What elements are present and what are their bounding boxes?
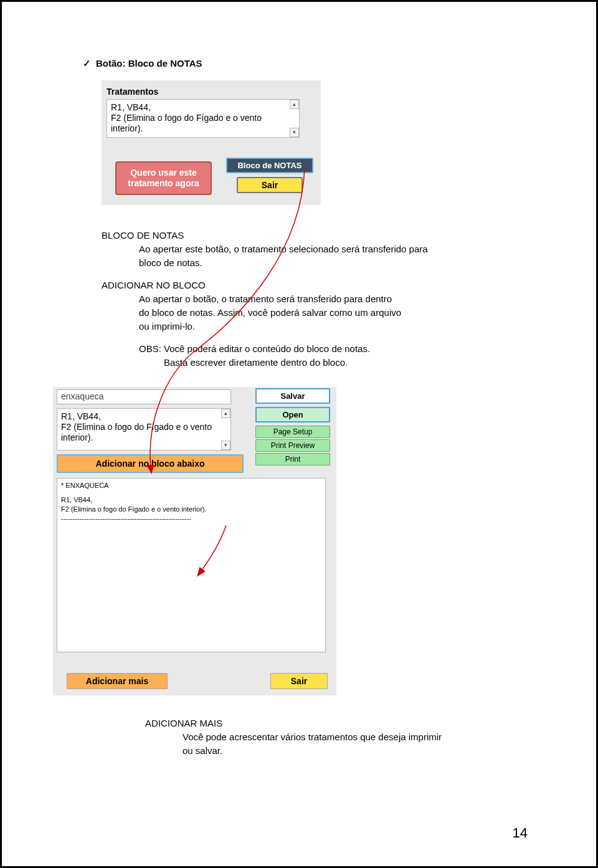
description-block: BLOCO DE NOTAS Ao apertar este botão, o … bbox=[102, 229, 450, 370]
print-preview-button[interactable]: Print Preview bbox=[255, 439, 330, 452]
para-line: ou salvar. bbox=[145, 744, 494, 758]
bloco-de-notas-button[interactable]: Bloco de NOTAS bbox=[226, 158, 313, 173]
scroll-down-icon[interactable]: ▾ bbox=[290, 128, 299, 137]
textbox-line: F2 (Elimina o fogo do Fígado e o vento i… bbox=[61, 422, 227, 443]
para-line: ou imprimi-lo. bbox=[102, 320, 450, 333]
panel1-right-buttons: Bloco de NOTAS Sair bbox=[226, 158, 313, 193]
para-line: Basta escrever diretamente dentro do blo… bbox=[102, 356, 450, 370]
bloco-panel: enxaqueca Salvar Open Page Setup Print P… bbox=[53, 387, 336, 695]
textbox-line: R1, VB44, bbox=[61, 495, 321, 505]
para-line: Ao apertar este botão, o tratamento sele… bbox=[102, 242, 450, 256]
file-buttons-column: Salvar Open Page Setup Print Preview Pri… bbox=[255, 388, 330, 467]
search-input[interactable]: enxaqueca bbox=[57, 389, 231, 404]
para-line: do bloco de notas. Assim, você poderá sa… bbox=[102, 306, 450, 320]
tratamentos-panel: Tratamentos R1, VB44, F2 (Elimina o fogo… bbox=[102, 80, 321, 205]
use-treatment-button[interactable]: Quero usar este tratamento agora bbox=[115, 161, 212, 195]
bloco-textarea[interactable]: * ENXAQUECA R1, VB44, F2 (Elimina o fogo… bbox=[57, 478, 326, 652]
page-number: 14 bbox=[513, 825, 528, 841]
heading-text: Botão: Bloco de NOTAS bbox=[96, 58, 202, 69]
textbox-line: F2 (Elimina o fogo do Fígado e o vento i… bbox=[61, 505, 321, 514]
para-line: Ao apertar o botão, o tratamento será tr… bbox=[102, 292, 450, 306]
scroll-up-icon[interactable]: ▴ bbox=[290, 100, 299, 109]
scroll-down-icon[interactable]: ▾ bbox=[221, 441, 230, 450]
page-setup-button[interactable]: Page Setup bbox=[255, 426, 330, 438]
para-line: Você pode acrescentar vários tratamentos… bbox=[145, 730, 494, 744]
check-icon: ✓ bbox=[83, 58, 91, 69]
open-button[interactable]: Open bbox=[255, 407, 330, 422]
panel1-title: Tratamentos bbox=[102, 80, 321, 99]
adicionar-mais-button[interactable]: Adicionar mais bbox=[67, 673, 168, 689]
textbox-line: R1, VB44, bbox=[61, 411, 227, 422]
section-heading: ✓Botão: Bloco de NOTAS bbox=[83, 58, 528, 69]
textbox-line: * ENXAQUECA bbox=[61, 481, 321, 490]
subheading: ADICIONAR MAIS bbox=[145, 717, 494, 730]
subheading: ADICIONAR NO BLOCO bbox=[102, 279, 450, 292]
scroll-up-icon[interactable]: ▴ bbox=[221, 409, 230, 418]
textbox-line: ----------------------------------------… bbox=[61, 514, 321, 523]
print-button[interactable]: Print bbox=[255, 453, 330, 465]
sair-button[interactable]: Sair bbox=[237, 177, 303, 193]
adicionar-bloco-button[interactable]: Adicionar no bloco abaixo bbox=[57, 454, 244, 473]
subheading: BLOCO DE NOTAS bbox=[102, 229, 450, 242]
sair-button-2[interactable]: Sair bbox=[270, 673, 328, 689]
tratamentos-textbox[interactable]: R1, VB44, F2 (Elimina o fogo do Fígado e… bbox=[107, 99, 300, 138]
treatment-preview-box[interactable]: R1, VB44, F2 (Elimina o fogo do Fígado e… bbox=[57, 408, 231, 451]
textbox-line: F2 (Elimina o fogo do Fígado e o vento i… bbox=[111, 113, 295, 134]
para-line: bloco de notas. bbox=[102, 256, 450, 270]
textbox-line: R1, VB44, bbox=[111, 102, 295, 113]
para-line: OBS: Você poderá editar o conteúdo do bl… bbox=[102, 342, 450, 356]
bottom-block: ADICIONAR MAIS Você pode acrescentar vár… bbox=[145, 717, 494, 758]
salvar-button[interactable]: Salvar bbox=[255, 388, 330, 404]
